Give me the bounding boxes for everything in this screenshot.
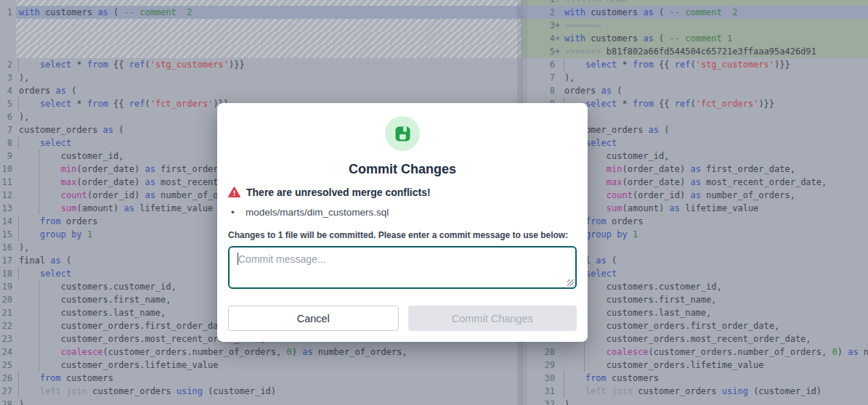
code-line: 1with customers as ( -- comment 2: [0, 6, 522, 19]
code-line: 25 customer_orders.lifetime_value: [0, 359, 522, 372]
indent-guide: [38, 345, 39, 359]
code-text: ): [564, 398, 868, 405]
line-number: 6: [522, 58, 555, 71]
code-line: 29 customer_orders.lifetime_value: [522, 359, 868, 372]
code-line: 7),: [522, 71, 868, 84]
line-number: 16: [0, 241, 16, 254]
cancel-button[interactable]: Cancel: [228, 306, 399, 331]
code-text: customers.last_name,: [564, 306, 868, 319]
indent-guide: [38, 202, 39, 215]
code-text: select * from {{ ref('stg_customers')}}: [16, 58, 522, 71]
code-line: 4+with customers as ( -- comment 1: [522, 32, 868, 45]
inserted-line-marker: +: [555, 0, 564, 6]
code-text: customers.customer_id,: [564, 280, 868, 293]
code-line: 28 coalesce(customer_orders.number_of_or…: [522, 345, 868, 359]
resize-grip-icon[interactable]: [567, 279, 574, 286]
line-number: 5: [522, 45, 555, 58]
line-number: 12: [0, 189, 16, 202]
code-text: customer_orders as (: [564, 123, 868, 136]
line-number: 13: [0, 202, 16, 215]
code-text: with customers as ( -- comment 2: [16, 6, 522, 19]
diff-hatch-filler: [16, 32, 522, 45]
line-number: [0, 0, 16, 6]
indent-guide: [38, 306, 39, 319]
indent-guide: [18, 58, 19, 71]
code-text: customer_orders.lifetime_value: [16, 359, 522, 372]
code-line: 3),: [0, 71, 522, 84]
line-number: 25: [0, 359, 16, 372]
line-number: [0, 19, 16, 32]
code-text: select * from {{ ref('fct_orders')}}: [564, 97, 868, 110]
indent-guide: [38, 332, 39, 345]
commit-message-input[interactable]: [228, 246, 577, 289]
code-text: >>>>>>> b81f802a66fd544504c65721e3ffaaa9…: [564, 45, 868, 58]
code-line: 27 left join customer_orders using (cust…: [0, 385, 522, 398]
code-line: 5+>>>>>>> b81f802a66fd544504c65721e3ffaa…: [522, 45, 868, 58]
code-text: coalesce(customer_orders.number_of_order…: [564, 345, 868, 359]
text-caret: [238, 253, 238, 265]
code-line: 24 coalesce(customer_orders.number_of_or…: [0, 345, 522, 359]
line-number: 28: [0, 398, 16, 405]
indent-guide: [38, 189, 39, 202]
line-number: 19: [0, 280, 16, 293]
code-line: 4orders as (: [0, 84, 522, 97]
indent-guide: [564, 58, 564, 71]
line-number: 30: [522, 372, 555, 385]
code-line: 2with customers as ( -- comment 2: [522, 6, 868, 19]
code-text: customer_orders.first_order_date,: [564, 319, 868, 332]
inserted-line-marker: [555, 58, 564, 71]
code-line: 1+<<<<<<< HEAD: [522, 0, 868, 6]
conflict-file-item: • models/marts/dim_customers.sql: [228, 207, 577, 218]
code-text: with customers as ( -- comment 2: [564, 6, 868, 19]
line-number: 32: [522, 398, 555, 405]
indent-guide: [18, 372, 19, 385]
commit-changes-button[interactable]: Commit Changes: [408, 306, 577, 331]
diff-spacer-row: [0, 19, 522, 32]
code-text: ),: [564, 241, 868, 254]
code-text: with customers as ( -- comment 1: [564, 32, 868, 45]
code-text: sum(amount) as lifetime_value: [564, 202, 868, 215]
code-text: select * from {{ ref('stg_customers')}}: [564, 58, 868, 71]
code-text: group by 1: [564, 228, 868, 241]
inserted-line-marker: [555, 6, 564, 19]
code-text: <<<<<<< HEAD: [564, 0, 868, 6]
code-text: left join customer_orders using (custome…: [564, 385, 868, 398]
diff-hatch-filler: [16, 45, 522, 58]
line-number: 20: [0, 293, 16, 306]
inserted-line-marker: [555, 359, 564, 372]
indent-guide: [18, 385, 19, 398]
indent-guide: [38, 150, 39, 163]
line-number: 29: [522, 359, 555, 372]
line-number: 23: [0, 332, 16, 345]
indent-guide: [18, 215, 19, 228]
line-number: [0, 45, 16, 58]
line-number: 1: [522, 0, 555, 6]
commit-description: Changes to 1 file will be committed. Ple…: [228, 230, 577, 240]
code-line: 30 from customers: [522, 372, 868, 385]
commit-changes-dialog: Commit Changes There are unresolved merg…: [217, 103, 588, 342]
indent-guide: [38, 293, 39, 306]
indent-guide: [38, 319, 39, 332]
code-text: customer_orders.most_recent_order_date,: [564, 332, 868, 345]
code-line: 3+=======: [522, 19, 868, 32]
code-text: orders as (: [564, 84, 868, 97]
inserted-line-marker: [555, 345, 564, 359]
code-line: 28): [0, 398, 522, 405]
indent-guide: [18, 97, 19, 110]
diff-hatch-filler: [16, 19, 522, 32]
line-number: 2: [0, 58, 16, 71]
line-number: 18: [0, 267, 16, 280]
indent-guide: [18, 267, 19, 280]
bullet: •: [228, 207, 246, 218]
line-number: 4: [0, 84, 16, 97]
conflict-file-path: models/marts/dim_customers.sql: [246, 207, 389, 218]
code-line: 31 left join customer_orders using (cust…: [522, 385, 868, 398]
commit-message-wrap: [228, 246, 577, 289]
line-number: 28: [522, 345, 555, 359]
line-number: 11: [0, 176, 16, 189]
line-number: 8: [0, 136, 16, 150]
indent-guide: [18, 228, 19, 241]
warning-text: There are unresolved merge conflicts!: [246, 187, 431, 198]
line-number: 31: [522, 385, 555, 398]
indent-guide: [38, 163, 39, 176]
